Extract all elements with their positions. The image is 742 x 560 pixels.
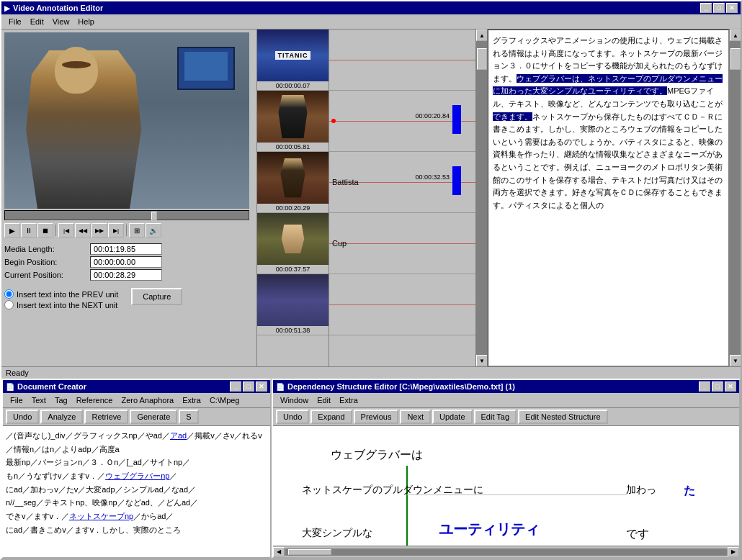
menu-view[interactable]: View xyxy=(48,16,74,27)
timeline-item-4[interactable]: 00:00:37.57 xyxy=(257,213,328,274)
text-scroll-thumb[interactable] xyxy=(730,48,741,70)
hscroll-left[interactable]: ◀ xyxy=(273,547,285,557)
dep-menu-window[interactable]: Window xyxy=(276,394,313,406)
doc-generate-button[interactable]: Generate xyxy=(130,410,177,424)
doc-retrieve-button[interactable]: Retrieve xyxy=(84,410,128,424)
scroll-down-arrow[interactable]: ▼ xyxy=(476,355,488,366)
timeline-item-1[interactable]: TITANIC 00:00:00.07 xyxy=(257,30,328,91)
hscroll-track[interactable] xyxy=(285,548,728,556)
link-web[interactable]: ウェブグラバーnp xyxy=(105,471,169,480)
thumb-4 xyxy=(257,213,328,265)
titanic-label: TITANIC xyxy=(275,51,311,60)
dep-next-button[interactable]: Next xyxy=(400,410,431,424)
dep-update-button[interactable]: Update xyxy=(432,410,472,424)
text-scroll-up[interactable]: ▲ xyxy=(730,30,741,41)
dep-editor-title-bar: 📄 Dependency Structure Editor [C:\Mpeg\v… xyxy=(273,380,739,393)
menu-help[interactable]: Help xyxy=(73,16,99,27)
play-button[interactable]: ▶ xyxy=(4,223,20,238)
capture-button[interactable]: Capture xyxy=(131,288,182,305)
link-1[interactable]: ア xyxy=(170,431,178,440)
dep-undo-button[interactable]: Undo xyxy=(276,410,309,424)
doc-menu-bar: File Text Tag Reference Zero Anaphora Ex… xyxy=(3,393,270,408)
dep-menu-extra[interactable]: Extra xyxy=(335,394,362,406)
seek-bar[interactable] xyxy=(4,210,249,220)
doc-maximize[interactable]: □ xyxy=(243,381,254,392)
hscroll-right[interactable]: ▶ xyxy=(728,547,739,557)
timeline-item-3[interactable]: 00:00:20.29 xyxy=(257,152,328,213)
doc-title-buttons[interactable]: _ □ ✕ xyxy=(230,381,267,392)
close-button[interactable]: ✕ xyxy=(726,3,738,13)
doc-minimize[interactable]: _ xyxy=(230,381,241,392)
timeline-item-2[interactable]: 00:00:05.81 xyxy=(257,91,328,152)
dep-close[interactable]: ✕ xyxy=(725,381,736,392)
doc-menu-tag[interactable]: Tag xyxy=(50,394,72,406)
doc-menu-file[interactable]: File xyxy=(6,394,27,406)
doc-menu-extra[interactable]: Extra xyxy=(178,394,205,406)
dep-title-buttons[interactable]: _ □ ✕ xyxy=(699,381,736,392)
dep-edit-nested-button[interactable]: Edit Nested Structure xyxy=(518,410,608,424)
seek-thumb[interactable] xyxy=(151,212,157,220)
prev-frame-button[interactable]: |◀ xyxy=(58,223,74,238)
doc-close[interactable]: ✕ xyxy=(256,381,267,392)
radio-prev-label: Insert text into the PREV unit xyxy=(17,290,118,299)
prev-button[interactable]: ◀◀ xyxy=(75,223,91,238)
dep-menu-edit[interactable]: Edit xyxy=(313,394,335,406)
head-shape xyxy=(55,47,98,94)
timeline-scrollbar[interactable]: ▲ ▼ xyxy=(475,30,487,366)
dep-minimize[interactable]: _ xyxy=(699,381,710,392)
title-bar-buttons[interactable]: _ □ ✕ xyxy=(700,3,738,13)
pause-button[interactable]: ⏸ xyxy=(21,223,37,238)
next-button[interactable]: ▶▶ xyxy=(91,223,107,238)
dep-maximize[interactable]: □ xyxy=(712,381,723,392)
text-scroll-track[interactable] xyxy=(730,41,741,355)
doc-menu-reference[interactable]: Reference xyxy=(72,394,117,406)
minimize-button[interactable]: _ xyxy=(700,3,712,13)
doc-content: ／(音声なし)_div／グラフィックスnp／やad／アad／掲載v／さv／れるv… xyxy=(3,426,270,557)
time-1: 00:00:00.07 xyxy=(257,81,328,90)
radio-prev[interactable] xyxy=(4,289,14,299)
text-scroll-down[interactable]: ▼ xyxy=(730,355,741,366)
dep-edit-tag-button[interactable]: Edit Tag xyxy=(474,410,517,424)
hscroll-thumb[interactable] xyxy=(288,549,331,555)
dep-expand-button[interactable]: Expand xyxy=(310,410,352,424)
scroll-up-arrow[interactable]: ▲ xyxy=(476,30,488,41)
video-panel: ▶ ⏸ ⏹ |◀ ◀◀ ▶▶ ▶| ⊞ 🔊 Media Length: xyxy=(1,30,257,366)
main-window: ▶ Video Annotation Editor _ □ ✕ File Edi… xyxy=(0,0,742,560)
status-text: Ready xyxy=(6,369,29,377)
radio-next[interactable] xyxy=(4,300,14,310)
track-row-3: Battista 00:00:32.53 xyxy=(329,152,475,213)
text-content-2: 最新np／バージョンn／３．Ｏn／[_ad／サイトnp／ xyxy=(6,458,190,466)
grid-button[interactable]: ⊞ xyxy=(129,223,145,238)
doc-analyze-button[interactable]: Analyze xyxy=(40,410,83,424)
link-net[interactable]: ネットスケープnp xyxy=(69,512,133,520)
doc-menu-zero[interactable]: Zero Anaphora xyxy=(117,394,178,406)
dep-hscrollbar[interactable]: ◀ ▶ xyxy=(273,546,739,557)
text-content-3: もn／うなずけv／ますv．／ xyxy=(6,471,105,480)
time-5: 00:00:51.38 xyxy=(257,326,328,335)
dep-previous-button[interactable]: Previous xyxy=(354,410,399,424)
stop-button[interactable]: ⏹ xyxy=(37,223,53,238)
menu-file[interactable]: File xyxy=(4,16,26,27)
battista-label: Battista xyxy=(332,178,359,186)
video-editor-content: ▶ ⏸ ⏹ |◀ ◀◀ ▶▶ ▶| ⊞ 🔊 Media Length: xyxy=(1,30,741,366)
track-row-5 xyxy=(329,274,475,335)
scroll-track[interactable] xyxy=(476,41,487,355)
text-scrollbar[interactable]: ▲ ▼ xyxy=(729,30,741,366)
maximize-button[interactable]: □ xyxy=(713,3,725,13)
scroll-thumb[interactable] xyxy=(477,48,487,70)
eyes xyxy=(62,61,91,68)
app-icon: ▶ xyxy=(4,4,10,12)
media-info: Media Length: 00:01:19.85 Begin Position… xyxy=(4,242,254,282)
doc-menu-path[interactable]: C:\Mpeg xyxy=(205,394,244,406)
video-editor-window: ▶ Video Annotation Editor _ □ ✕ File Edi… xyxy=(1,1,741,379)
menu-edit[interactable]: Edit xyxy=(26,16,48,27)
doc-s-button[interactable]: S xyxy=(179,410,198,424)
link-ad[interactable]: ad xyxy=(178,431,187,440)
text-content-6: できv／ますv．／ xyxy=(6,512,69,520)
doc-undo-button[interactable]: Undo xyxy=(6,410,39,424)
timeline-item-5[interactable]: 00:00:51.38 xyxy=(257,274,328,335)
volume-button[interactable]: 🔊 xyxy=(146,223,161,238)
next-frame-button[interactable]: ▶| xyxy=(108,223,124,238)
doc-menu-text[interactable]: Text xyxy=(27,394,50,406)
track-line-1 xyxy=(329,60,475,60)
